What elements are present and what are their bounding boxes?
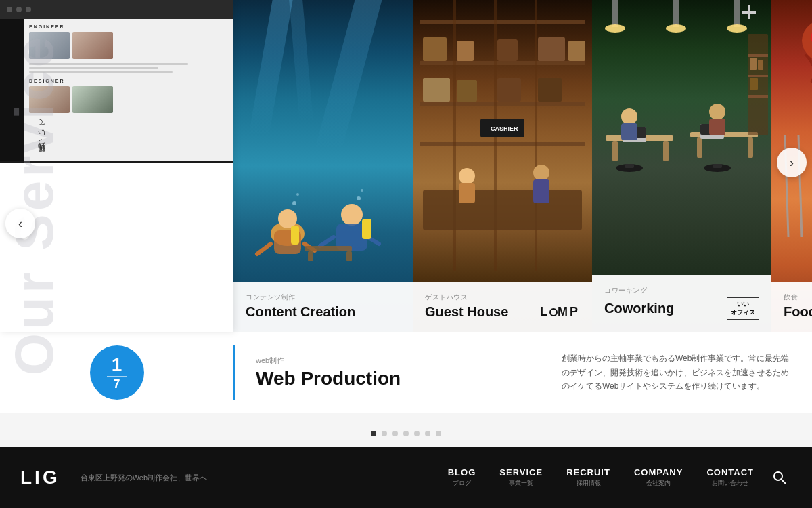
footer-recruit-main: RECRUIT [566, 467, 610, 478]
svg-rect-21 [420, 142, 585, 146]
svg-rect-25 [423, 37, 447, 61]
svg-rect-12 [308, 251, 313, 261]
svg-rect-29 [568, 41, 585, 61]
slide-item-3[interactable]: コワーキング Coworking いいオフィス [592, 0, 771, 332]
dot-2[interactable] [382, 431, 387, 436]
counter-current: 1 [112, 356, 122, 375]
engineer-label: ENGINEER [29, 24, 228, 29]
slide-item-1[interactable]: コンテンツ制作 Content Creation [233, 0, 413, 332]
svg-rect-45 [734, 0, 740, 27]
svg-text:CASHIER: CASHIER [491, 125, 518, 132]
svg-rect-71 [750, 78, 758, 90]
svg-rect-43 [673, 0, 679, 27]
svg-rect-18 [420, 20, 585, 24]
footer-recruit-sub: 採用情報 [577, 479, 601, 488]
mock-browser-bar [0, 0, 233, 19]
dot-6[interactable] [425, 431, 430, 436]
slide-3-title-row: Coworking いいオフィス [604, 297, 759, 320]
svg-rect-60 [713, 164, 722, 168]
cowork-svg [592, 0, 771, 278]
prev-arrow-button[interactable]: ‹ [5, 209, 35, 238]
footer-service-sub: 事業一覧 [509, 479, 533, 488]
left-chevron-icon: ‹ [18, 217, 22, 231]
slide-1-category-jp: コンテンツ制作 [246, 293, 401, 302]
food-svg [771, 0, 812, 278]
slide-2-label: ゲストハウス Guest House LMP [413, 282, 592, 332]
footer-company-main: COMPANY [634, 467, 683, 478]
iioffice-logo: いいオフィス [727, 297, 759, 320]
footer-logo: LIG [20, 467, 60, 488]
svg-rect-41 [612, 0, 618, 27]
svg-rect-28 [538, 37, 565, 61]
footer-nav-contact[interactable]: CONTACT お問い合わせ [706, 467, 754, 488]
slide-1-title: Content Creation [246, 304, 401, 320]
dot-7[interactable] [436, 431, 441, 436]
dot-1[interactable] [371, 431, 376, 436]
svg-rect-69 [750, 58, 757, 70]
service-bg-text: Our Service [4, 34, 64, 375]
svg-line-8 [320, 237, 334, 246]
footer-nav-recruit[interactable]: RECRUIT 採用情報 [566, 467, 610, 488]
svg-point-61 [621, 108, 637, 125]
sidebar-jp-text: 三嶋大社について [37, 122, 45, 157]
svg-rect-50 [663, 141, 669, 161]
footer-blog-sub: ブログ [453, 479, 471, 488]
svg-rect-11 [304, 246, 352, 251]
svg-rect-64 [709, 119, 725, 135]
svg-rect-5 [291, 226, 299, 245]
svg-rect-66 [748, 54, 768, 57]
svg-point-1 [278, 209, 297, 228]
svg-rect-20 [420, 102, 585, 106]
slide-item-2[interactable]: CASHIER ゲストハウス Guest House LMP [413, 0, 592, 332]
mock-img-4 [72, 86, 113, 113]
footer-contact-sub: お問い合わせ [712, 479, 748, 488]
info-description: 創業時からの主軸事業でもあるWeb制作事業です。常に最先端のデザイン、開発技術を… [541, 341, 812, 403]
slide-counter: 1 7 [90, 345, 144, 400]
mock-dot-3 [26, 7, 31, 12]
svg-rect-73 [742, 11, 756, 14]
svg-rect-32 [497, 78, 521, 102]
slide-4-category-jp: 飲食 [784, 293, 812, 302]
next-arrow-button[interactable]: › [777, 148, 807, 177]
mock-dot-1 [7, 7, 12, 12]
dot-4[interactable] [403, 431, 409, 436]
slide-4-title: Food [784, 304, 812, 320]
svg-point-16 [357, 196, 361, 200]
svg-rect-30 [423, 78, 450, 102]
svg-point-42 [605, 24, 625, 33]
slide-4-label: 飲食 Food [771, 282, 812, 332]
svg-rect-10 [362, 219, 371, 239]
footer-blog-main: BLOG [448, 467, 476, 478]
footer-nav-company[interactable]: COMPANY 会社案内 [634, 467, 683, 488]
sidebar-text-area: 三嶋大社について [35, 122, 48, 157]
svg-point-6 [341, 204, 363, 226]
right-chevron-icon: › [790, 156, 794, 170]
svg-rect-40 [533, 179, 549, 203]
diver-svg [247, 166, 399, 274]
slide-1-label: コンテンツ制作 Content Creation [233, 282, 413, 332]
svg-rect-70 [758, 60, 763, 70]
slide-2-title: Guest House [425, 304, 508, 320]
svg-point-39 [533, 165, 549, 181]
svg-rect-27 [497, 39, 518, 61]
svg-rect-19 [420, 61, 585, 65]
dots-pagination [371, 431, 441, 436]
slide-3-label: コワーキング Coworking いいオフィス [592, 275, 771, 332]
search-button[interactable] [767, 465, 792, 490]
footer-nav-blog[interactable]: BLOG ブログ [448, 467, 476, 488]
cafe-svg: CASHIER [413, 0, 592, 278]
counter-total: 7 [113, 378, 120, 390]
dot-3[interactable] [392, 431, 398, 436]
lamp-o [549, 308, 558, 316]
svg-rect-31 [457, 80, 477, 102]
dot-5[interactable] [414, 431, 420, 436]
info-desc-text: 創業時からの主軸事業でもあるWeb制作事業です。常に最先端のデザイン、開発技術を… [562, 354, 789, 391]
svg-line-82 [782, 480, 786, 484]
info-section: 1 7 web制作 Web Production 創業時からの主軸事業でもあるW… [0, 332, 812, 413]
footer-nav-service[interactable]: SERVICE 事業一覧 [499, 467, 543, 488]
svg-rect-38 [459, 183, 475, 203]
mock-dot-2 [16, 7, 22, 12]
svg-rect-26 [457, 41, 474, 61]
main-container: Our Service 三嶋大社について ‹ › ENGI [0, 0, 812, 447]
svg-rect-62 [621, 123, 637, 140]
